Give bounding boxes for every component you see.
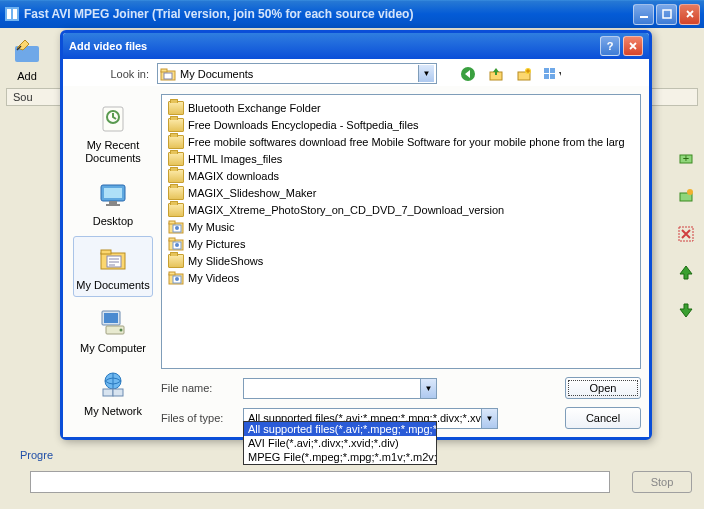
file-name: HTML Images_files (188, 153, 282, 165)
svg-rect-18 (544, 68, 549, 73)
svg-rect-47 (169, 272, 175, 275)
minimize-button[interactable] (633, 4, 654, 25)
svg-rect-4 (663, 10, 671, 18)
filetype-dropdown[interactable]: All supported files(*.avi;*.mpeg;*.mpg;*… (243, 421, 437, 465)
filetype-label: Files of type: (161, 412, 233, 424)
folder-icon (160, 66, 176, 82)
file-list[interactable]: Bluetooth Exchange FolderFree Downloads … (161, 94, 641, 369)
filename-label: File name: (161, 382, 233, 394)
file-name: My Music (188, 221, 234, 233)
tool-remove-icon[interactable] (676, 224, 696, 244)
list-item[interactable]: Free Downloads Encyclopedia - Softpedia_… (166, 116, 636, 133)
list-item[interactable]: My SlideShows (166, 252, 636, 269)
stop-button[interactable]: Stop (632, 471, 692, 493)
up-folder-icon[interactable] (487, 65, 505, 83)
chevron-down-icon[interactable]: ▼ (418, 65, 434, 82)
svg-point-34 (120, 328, 123, 331)
open-button[interactable]: Open (565, 377, 641, 399)
place-recent[interactable]: My Recent Documents (73, 96, 153, 170)
tool-add-icon[interactable]: + (676, 148, 696, 168)
main-titlebar: Fast AVI MPEG Joiner (Trial version, joi… (0, 0, 704, 28)
svg-rect-19 (550, 68, 555, 73)
filetype-option[interactable]: All supported files(*.avi;*.mpeg;*.mpg;*… (244, 422, 436, 436)
place-mynetwork[interactable]: My Network (73, 362, 153, 423)
svg-rect-29 (101, 250, 111, 254)
svg-point-45 (175, 243, 179, 247)
list-item[interactable]: MAGIX_Xtreme_PhotoStory_on_CD_DVD_7_Down… (166, 201, 636, 218)
svg-rect-21 (550, 74, 555, 79)
filetype-option[interactable]: MPEG File(*.mpeg;*.mpg;*.m1v;*.m2v;*.mpe… (244, 450, 436, 464)
folder-icon (168, 118, 184, 132)
svg-rect-25 (104, 188, 122, 198)
chevron-down-icon[interactable]: ▼ (420, 379, 436, 398)
place-mycomputer[interactable]: My Computer (73, 299, 153, 360)
cancel-button[interactable]: Cancel (565, 407, 641, 429)
list-item[interactable]: My Pictures (166, 235, 636, 252)
file-name: Free mobile softwares download free Mobi… (188, 136, 625, 148)
special-folder-icon (168, 237, 184, 251)
svg-rect-36 (103, 389, 113, 396)
list-item[interactable]: MAGIX downloads (166, 167, 636, 184)
close-button[interactable] (679, 4, 700, 25)
filename-input[interactable]: ▼ (243, 378, 437, 399)
new-folder-icon[interactable] (515, 65, 533, 83)
main-title: Fast AVI MPEG Joiner (Trial version, joi… (24, 7, 633, 21)
list-item[interactable]: My Videos (166, 269, 636, 286)
svg-rect-12 (161, 69, 167, 72)
back-icon[interactable] (459, 65, 477, 83)
list-item[interactable]: Free mobile softwares download free Mobi… (166, 133, 636, 150)
file-name: My Videos (188, 272, 239, 284)
file-name: MAGIX_Xtreme_PhotoStory_on_CD_DVD_7_Down… (188, 204, 504, 216)
dialog-close-button[interactable] (623, 36, 643, 56)
list-item[interactable]: My Music (166, 218, 636, 235)
chevron-down-icon[interactable]: ▼ (481, 409, 497, 428)
folder-icon (168, 254, 184, 268)
dialog-title: Add video files (69, 40, 597, 52)
svg-rect-37 (113, 389, 123, 396)
folder-icon (168, 101, 184, 115)
open-file-dialog: Add video files ? Look in: My Documents … (60, 30, 652, 440)
folder-icon (168, 152, 184, 166)
file-name: My SlideShows (188, 255, 263, 267)
folder-icon (168, 135, 184, 149)
place-mydocuments[interactable]: My Documents (73, 236, 153, 297)
special-folder-icon (168, 220, 184, 234)
svg-rect-3 (640, 16, 648, 18)
svg-rect-26 (109, 201, 117, 204)
place-desktop[interactable]: Desktop (73, 172, 153, 233)
output-path-input[interactable] (30, 471, 610, 493)
view-menu-icon[interactable] (543, 65, 561, 83)
places-bar: My Recent Documents Desktop My Documents… (71, 94, 155, 429)
folder-icon (168, 169, 184, 183)
folder-icon (168, 186, 184, 200)
lookin-select[interactable]: My Documents ▼ (157, 63, 437, 84)
file-name: MAGIX downloads (188, 170, 279, 182)
place-label: My Computer (80, 342, 146, 355)
svg-rect-27 (106, 204, 120, 206)
add-button[interactable]: Add (6, 34, 48, 84)
file-name: Free Downloads Encyclopedia - Softpedia_… (188, 119, 419, 131)
svg-point-41 (175, 226, 179, 230)
list-item[interactable]: HTML Images_files (166, 150, 636, 167)
file-name: MAGIX_Slideshow_Maker (188, 187, 316, 199)
svg-rect-2 (13, 9, 17, 19)
svg-point-9 (687, 189, 693, 195)
tool-down-arrow-icon[interactable] (676, 300, 696, 320)
tool-up-arrow-icon[interactable] (676, 262, 696, 282)
app-icon (4, 6, 20, 22)
svg-point-49 (175, 277, 179, 281)
file-name: Bluetooth Exchange Folder (188, 102, 321, 114)
folder-icon (168, 203, 184, 217)
lookin-label: Look in: (71, 68, 149, 80)
file-name: My Pictures (188, 238, 245, 250)
svg-rect-32 (104, 313, 118, 323)
svg-text:+: + (683, 152, 689, 164)
progress-label: Progre (20, 449, 53, 461)
tool-edit-icon[interactable] (676, 186, 696, 206)
maximize-button[interactable] (656, 4, 677, 25)
place-label: My Network (84, 405, 142, 418)
dialog-help-button[interactable]: ? (600, 36, 620, 56)
list-item[interactable]: MAGIX_Slideshow_Maker (166, 184, 636, 201)
filetype-option[interactable]: AVI File(*.avi;*.divx;*.xvid;*.div) (244, 436, 436, 450)
list-item[interactable]: Bluetooth Exchange Folder (166, 99, 636, 116)
